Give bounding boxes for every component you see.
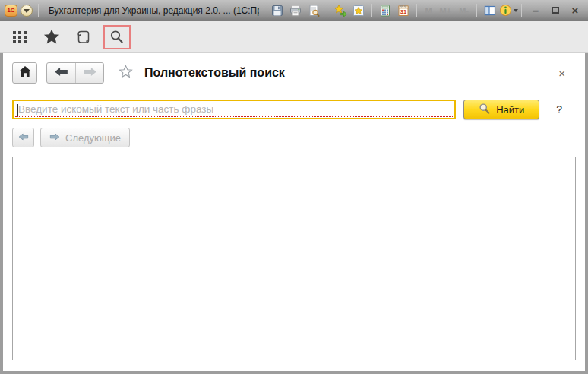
favorites-add-icon bbox=[352, 4, 365, 17]
split-view-button[interactable] bbox=[482, 3, 498, 18]
app-window: 1С Бухгалтерия для Украины, редакция 2.0… bbox=[0, 0, 588, 374]
menu-grid-icon bbox=[11, 28, 29, 46]
back-button[interactable] bbox=[47, 63, 75, 83]
favorites-button[interactable] bbox=[40, 25, 64, 49]
maximize-icon bbox=[552, 7, 559, 14]
memory-add-button[interactable]: M+ bbox=[438, 3, 454, 18]
forward-button[interactable] bbox=[75, 63, 103, 83]
memory-subtract-button[interactable]: M- bbox=[457, 3, 471, 18]
next-button-label: Следующие bbox=[65, 132, 121, 144]
favorites-add-button[interactable] bbox=[351, 3, 366, 18]
separator bbox=[416, 4, 417, 17]
next-arrow-icon bbox=[49, 132, 60, 144]
find-button-label: Найти bbox=[496, 104, 524, 116]
info-button[interactable] bbox=[501, 3, 516, 18]
separator bbox=[476, 4, 477, 17]
navigation-row: Полнотекстовый поиск × bbox=[12, 62, 576, 84]
split-view-icon bbox=[483, 4, 497, 17]
close-page-button[interactable]: × bbox=[552, 67, 571, 80]
find-search-icon bbox=[479, 103, 491, 117]
find-button[interactable]: Найти bbox=[463, 100, 539, 119]
minimize-button[interactable]: – bbox=[527, 3, 544, 18]
history-nav-group bbox=[46, 62, 104, 84]
memory-recall-button[interactable]: M bbox=[422, 3, 434, 18]
history-button[interactable] bbox=[71, 25, 96, 49]
favorites-go-button[interactable] bbox=[333, 3, 348, 18]
separator bbox=[371, 4, 372, 17]
app-logo-1c: 1С bbox=[5, 5, 17, 17]
save-icon bbox=[270, 4, 284, 17]
info-icon bbox=[499, 4, 512, 17]
chevron-down-icon bbox=[514, 9, 518, 12]
page-title: Полнотекстовый поиск bbox=[144, 66, 285, 80]
previous-arrow-icon bbox=[18, 132, 29, 144]
print-button[interactable] bbox=[288, 3, 303, 18]
help-button[interactable]: ? bbox=[556, 103, 562, 116]
window-title: Бухгалтерия для Украины, редакция 2.0. .… bbox=[49, 5, 259, 16]
history-scroll-icon bbox=[74, 28, 93, 46]
close-window-button[interactable]: × bbox=[567, 3, 583, 18]
calculator-button[interactable] bbox=[378, 3, 393, 18]
fulltext-search-button[interactable] bbox=[106, 27, 128, 48]
print-icon bbox=[289, 4, 302, 17]
calendar-icon: 31 bbox=[397, 4, 410, 17]
print-preview-icon bbox=[307, 4, 321, 17]
search-icon bbox=[108, 28, 126, 46]
search-row: Найти ? bbox=[12, 100, 576, 119]
next-results-button[interactable]: Следующие bbox=[40, 128, 130, 147]
home-icon bbox=[18, 65, 32, 81]
calculator-icon bbox=[378, 4, 392, 17]
forward-arrow-icon bbox=[83, 66, 97, 80]
svg-text:31: 31 bbox=[400, 8, 406, 15]
search-results-area[interactable] bbox=[12, 157, 576, 360]
separator bbox=[521, 4, 522, 17]
favorites-go-icon bbox=[334, 4, 347, 17]
star-outline-icon bbox=[118, 64, 134, 83]
search-input[interactable] bbox=[14, 101, 454, 118]
previous-results-button[interactable] bbox=[12, 128, 34, 147]
titlebar: 1С Бухгалтерия для Украины, редакция 2.0… bbox=[0, 0, 588, 21]
calendar-button[interactable]: 31 bbox=[396, 3, 411, 18]
main-menu-button[interactable] bbox=[21, 5, 33, 17]
separator bbox=[327, 4, 327, 17]
back-arrow-icon bbox=[54, 66, 68, 80]
search-input-wrap bbox=[12, 100, 456, 119]
favorites-star-icon bbox=[42, 27, 62, 47]
home-button[interactable] bbox=[12, 62, 37, 84]
print-preview-button[interactable] bbox=[306, 3, 321, 18]
search-highlight-annotation bbox=[103, 25, 131, 49]
app-toolbar bbox=[0, 21, 588, 53]
pager-row: Следующие bbox=[12, 128, 576, 147]
chevron-down-icon bbox=[24, 9, 30, 13]
content-area: Полнотекстовый поиск × Найти ? bbox=[0, 53, 588, 374]
save-button[interactable] bbox=[270, 3, 285, 18]
add-to-favorites-button[interactable] bbox=[118, 64, 134, 83]
menu-grid-button[interactable] bbox=[8, 25, 32, 49]
maximize-button[interactable] bbox=[547, 3, 564, 18]
separator bbox=[38, 4, 39, 17]
